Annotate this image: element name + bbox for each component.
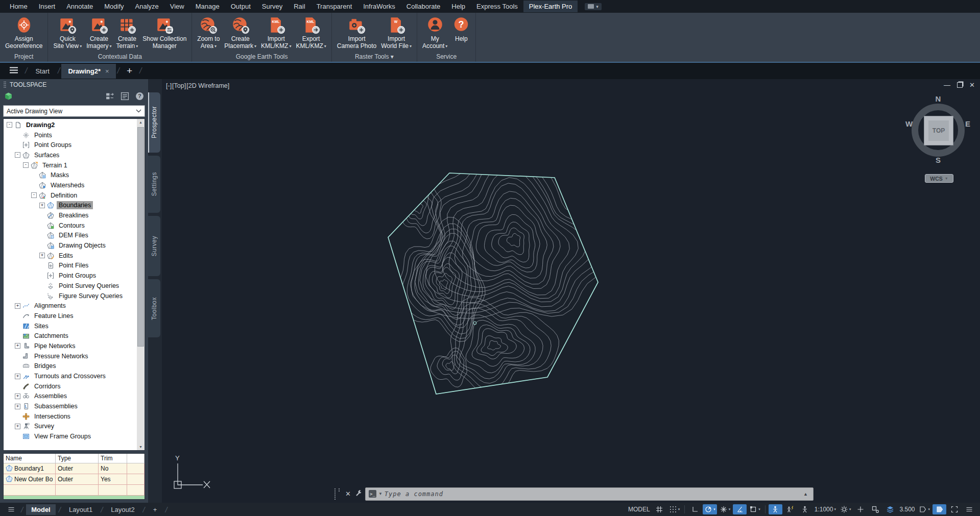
compass-west[interactable]: W: [905, 119, 913, 128]
tree-item-definition[interactable]: -Definition: [4, 190, 137, 201]
menu-item-survey[interactable]: Survey: [256, 1, 288, 12]
table-row[interactable]: Boundary1OuterNo: [4, 463, 145, 474]
object-snap-tracking-toggle[interactable]: ▾: [718, 504, 732, 514]
polar-tracking-toggle[interactable]: ▾: [703, 504, 717, 514]
tree-item-breaklines[interactable]: Breaklines: [4, 210, 137, 220]
side-tab-settings[interactable]: Settings: [148, 156, 160, 213]
collapse-icon[interactable]: -: [31, 192, 37, 198]
view-selector-dropdown[interactable]: Active Drawing View: [3, 105, 145, 117]
snap-mode-toggle[interactable]: ▾: [667, 504, 682, 514]
menu-item-modify[interactable]: Modify: [99, 1, 129, 12]
side-tab-toolbox[interactable]: Toolbox: [148, 279, 160, 337]
annotation-scale-value[interactable]: 1:1000▾: [813, 504, 838, 514]
ribbon-zoom-to-area-button[interactable]: Zoom toArea▾: [196, 14, 221, 51]
clean-screen[interactable]: [947, 504, 961, 514]
scroll-up-icon[interactable]: ▲: [139, 119, 142, 126]
tree-item-point-groups[interactable]: Point Groups: [4, 271, 137, 281]
tree-item-figure-survey-queries[interactable]: Figure Survey Queries: [4, 291, 137, 301]
object-snap-toggle[interactable]: [733, 504, 747, 514]
file-tab-drawing2[interactable]: Drawing2*×: [61, 64, 115, 79]
tab-close-icon[interactable]: ×: [105, 67, 109, 75]
menu-item-home[interactable]: Home: [4, 1, 33, 12]
new-layout-button[interactable]: +: [148, 504, 162, 515]
hardware-acceleration[interactable]: [933, 504, 946, 514]
collapse-icon[interactable]: -: [7, 122, 12, 128]
ribbon-show-collection-manager-button[interactable]: Show CollectionManager: [141, 14, 188, 50]
menu-item-manage[interactable]: Manage: [190, 1, 225, 12]
grid-column-extra[interactable]: [127, 454, 145, 463]
customization-menu[interactable]: [962, 504, 976, 514]
tree-item-point-groups[interactable]: Point Groups: [4, 140, 137, 150]
expand-icon[interactable]: +: [39, 203, 45, 208]
restore-icon[interactable]: [957, 82, 963, 88]
compass-south[interactable]: S: [936, 156, 941, 164]
elevation-icon[interactable]: [883, 504, 897, 514]
tree-item-drawing-objects[interactable]: Drawing Objects: [4, 240, 137, 251]
collapse-icon[interactable]: -: [23, 162, 29, 168]
app-menu-icon[interactable]: [4, 504, 18, 514]
tree-item-intersections[interactable]: Intersections: [4, 411, 137, 422]
graphics-performance[interactable]: ▾: [917, 504, 931, 514]
tree-item-alignments[interactable]: +Alignments: [4, 301, 137, 311]
ribbon-my-account-button[interactable]: MyAccount▾: [421, 14, 449, 51]
expand-icon[interactable]: +: [15, 374, 20, 379]
tree-item-catchments[interactable]: Catchments: [4, 331, 137, 341]
workspace-switching[interactable]: ▾: [839, 504, 853, 514]
command-expand-icon[interactable]: ▲: [803, 492, 810, 497]
ribbon-create-placemark-button[interactable]: CreatePlacemark▾: [223, 14, 258, 51]
grid-column-trim[interactable]: Trim: [99, 454, 127, 463]
active-drawing-cube-icon[interactable]: [4, 92, 13, 103]
table-row[interactable]: [4, 485, 145, 496]
annotation-scale-icon[interactable]: [798, 504, 812, 514]
tree-item-surfaces[interactable]: -Surfaces: [4, 150, 137, 160]
tree-item-watersheds[interactable]: Watersheds: [4, 180, 137, 190]
command-close-icon[interactable]: ✕: [342, 490, 354, 498]
menu-item-collaborate[interactable]: Collaborate: [401, 1, 446, 12]
annotation-visibility-toggle[interactable]: [769, 504, 782, 514]
menu-item-help[interactable]: Help: [446, 1, 471, 12]
terrain-boundary[interactable]: [388, 173, 598, 394]
ribbon-overflow-button[interactable]: ▾: [585, 3, 602, 10]
tree-item-pressure-networks[interactable]: Pressure Networks: [4, 351, 137, 361]
annotation-autoscale-toggle[interactable]: [783, 504, 797, 514]
ribbon-export-kml-kmz-button[interactable]: KMLExportKML/KMZ▾: [294, 14, 327, 51]
ribbon-group-label-raster-tools[interactable]: Raster Tools ▾: [332, 52, 417, 62]
compass-north[interactable]: N: [936, 94, 941, 103]
tree-item-points[interactable]: Points: [4, 130, 137, 140]
tree-item-terrain-1[interactable]: -Terrain 1: [4, 160, 137, 170]
new-tab-button[interactable]: +: [121, 65, 138, 77]
tree-item-assemblies[interactable]: +Assemblies: [4, 391, 137, 402]
tree-item-boundaries[interactable]: +Boundaries: [4, 201, 137, 211]
minimize-icon[interactable]: —: [944, 82, 950, 88]
compass-east[interactable]: E: [965, 119, 970, 128]
table-row[interactable]: New Outer BoOuterYes: [4, 474, 145, 485]
expand-icon[interactable]: +: [39, 253, 45, 258]
tree-item-dem-files[interactable]: DEM Files: [4, 231, 137, 241]
grid-column-name[interactable]: Name: [4, 454, 56, 463]
viewport-view-menu[interactable]: [Top]: [172, 82, 186, 89]
toolspace-help-icon[interactable]: ?: [135, 92, 144, 103]
expand-icon[interactable]: +: [15, 394, 20, 399]
ribbon-quick-site-view-button[interactable]: QuickSite View▾: [52, 14, 83, 51]
collapse-icon[interactable]: -: [15, 152, 20, 158]
menu-item-rail[interactable]: Rail: [288, 1, 310, 12]
expand-icon[interactable]: +: [15, 303, 20, 309]
ribbon-import-kml-kmz-button[interactable]: KMLImportKML/KMZ▾: [259, 14, 293, 51]
tree-item-corridors[interactable]: Corridors: [4, 381, 137, 391]
viewcube-top-face[interactable]: TOP: [924, 116, 953, 145]
scrollbar-thumb[interactable]: [137, 127, 144, 347]
tree-item-feature-lines[interactable]: Feature Lines: [4, 311, 137, 321]
tree-scrollbar[interactable]: ▲ ▼: [137, 119, 145, 450]
tree-item-contours[interactable]: Contours: [4, 220, 137, 231]
side-tab-survey[interactable]: Survey: [148, 216, 160, 276]
toolspace-titlebar[interactable]: TOOLSPACE: [0, 79, 148, 90]
ribbon-import-world-file-button[interactable]: WImportWorld File▾: [379, 14, 413, 51]
scroll-down-icon[interactable]: ▼: [139, 444, 142, 450]
layout-tab-model[interactable]: Model: [26, 504, 56, 515]
tree-item-bridges[interactable]: Bridges: [4, 361, 137, 372]
command-prompt-icon[interactable]: >_: [369, 490, 376, 498]
layout-tab-layout1[interactable]: Layout1: [64, 504, 98, 515]
model-space-toggle[interactable]: MODEL: [627, 504, 652, 514]
command-history-caret-icon[interactable]: ▼: [378, 492, 383, 496]
menu-item-express-tools[interactable]: Express Tools: [471, 1, 523, 12]
